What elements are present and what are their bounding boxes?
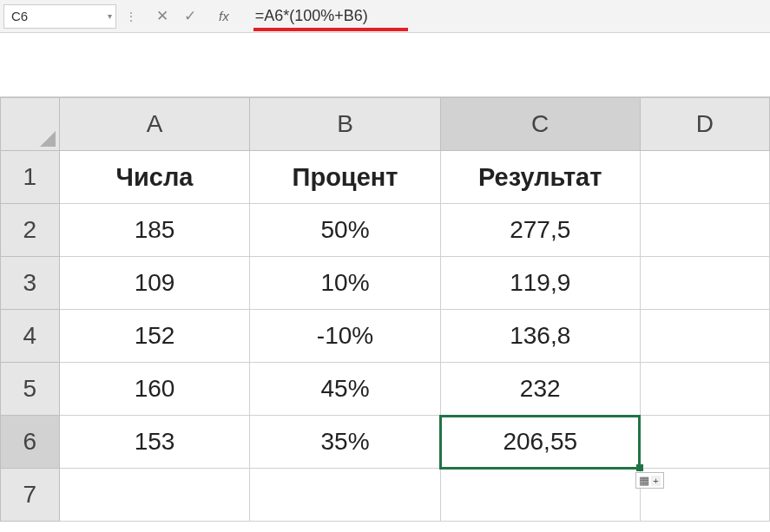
col-header-D[interactable]: D — [640, 98, 769, 151]
sheet-table: A B C D 1 Числа Процент Результат 2 185 … — [0, 97, 770, 522]
cell-B4[interactable]: -10% — [250, 310, 441, 363]
row-header-6[interactable]: 6 — [1, 416, 60, 469]
formula-input[interactable] — [250, 4, 767, 29]
autofill-options-button[interactable]: ▦+ — [635, 472, 663, 489]
table-row: 5 160 45% 232 — [1, 363, 770, 416]
svg-marker-0 — [40, 131, 56, 147]
cell-A4[interactable]: 152 — [59, 310, 249, 363]
corner-triangle-icon — [40, 131, 56, 147]
row-header-3[interactable]: 3 — [1, 257, 60, 310]
cell-C5[interactable]: 232 — [440, 363, 640, 416]
row-header-5[interactable]: 5 — [1, 363, 60, 416]
table-row: 4 152 -10% 136,8 — [1, 310, 770, 363]
col-header-A[interactable]: A — [59, 98, 249, 151]
row-header-2[interactable]: 2 — [1, 204, 60, 257]
chevron-down-icon[interactable]: ▾ — [108, 11, 112, 21]
cell-D4[interactable] — [640, 310, 769, 363]
cell-B2[interactable]: 50% — [250, 204, 441, 257]
cell-C7[interactable] — [440, 469, 640, 522]
formula-input-wrap — [250, 4, 767, 29]
row-header-4[interactable]: 4 — [1, 310, 60, 363]
cell-C6[interactable]: 206,55 ▦+ — [440, 416, 640, 469]
name-box-value: C6 — [11, 9, 28, 23]
cancel-icon[interactable]: ✕ — [156, 7, 168, 25]
plus-icon: + — [651, 476, 660, 486]
row-header-7[interactable]: 7 — [1, 469, 60, 522]
formula-underline — [253, 28, 408, 31]
name-box[interactable]: C6 ▾ — [3, 4, 116, 29]
cell-B3[interactable]: 10% — [250, 257, 441, 310]
cell-A6[interactable]: 153 — [59, 416, 249, 469]
fill-handle[interactable] — [636, 464, 643, 471]
table-row: 2 185 50% 277,5 — [1, 204, 770, 257]
enter-icon[interactable]: ✓ — [184, 7, 196, 25]
cell-B7[interactable] — [250, 469, 441, 522]
cell-D5[interactable] — [640, 363, 769, 416]
cell-C2[interactable]: 277,5 — [440, 204, 640, 257]
formula-bar-buttons: ✕ ✓ fx — [146, 7, 247, 25]
cell-B6[interactable]: 35% — [250, 416, 441, 469]
cell-A5[interactable]: 160 — [59, 363, 249, 416]
column-header-row: A B C D — [1, 98, 770, 151]
cell-D6[interactable] — [640, 416, 769, 469]
cell-B1[interactable]: Процент — [250, 151, 441, 204]
ribbon-gap — [0, 33, 770, 97]
cell-D1[interactable] — [640, 151, 769, 204]
autofill-icon: ▦ — [639, 474, 649, 487]
cell-C3[interactable]: 119,9 — [440, 257, 640, 310]
cell-A2[interactable]: 185 — [59, 204, 249, 257]
col-header-C[interactable]: C — [440, 98, 640, 151]
select-all-corner[interactable] — [1, 98, 60, 151]
spreadsheet-grid: A B C D 1 Числа Процент Результат 2 185 … — [0, 97, 770, 522]
fx-icon[interactable]: fx — [212, 9, 236, 23]
formula-bar: C6 ▾ ⋮ ✕ ✓ fx — [0, 0, 770, 33]
table-row: 3 109 10% 119,9 — [1, 257, 770, 310]
table-row: 1 Числа Процент Результат — [1, 151, 770, 204]
cell-A1[interactable]: Числа — [59, 151, 249, 204]
cell-C4[interactable]: 136,8 — [440, 310, 640, 363]
cell-A7[interactable] — [59, 469, 249, 522]
cell-D2[interactable] — [640, 204, 769, 257]
cell-D3[interactable] — [640, 257, 769, 310]
cell-B5[interactable]: 45% — [250, 363, 441, 416]
row-header-1[interactable]: 1 — [1, 151, 60, 204]
cell-C1[interactable]: Результат — [440, 151, 640, 204]
resize-handle-icon[interactable]: ⋮ — [120, 10, 142, 23]
cell-A3[interactable]: 109 — [59, 257, 249, 310]
col-header-B[interactable]: B — [250, 98, 441, 151]
table-row: 6 153 35% 206,55 ▦+ — [1, 416, 770, 469]
